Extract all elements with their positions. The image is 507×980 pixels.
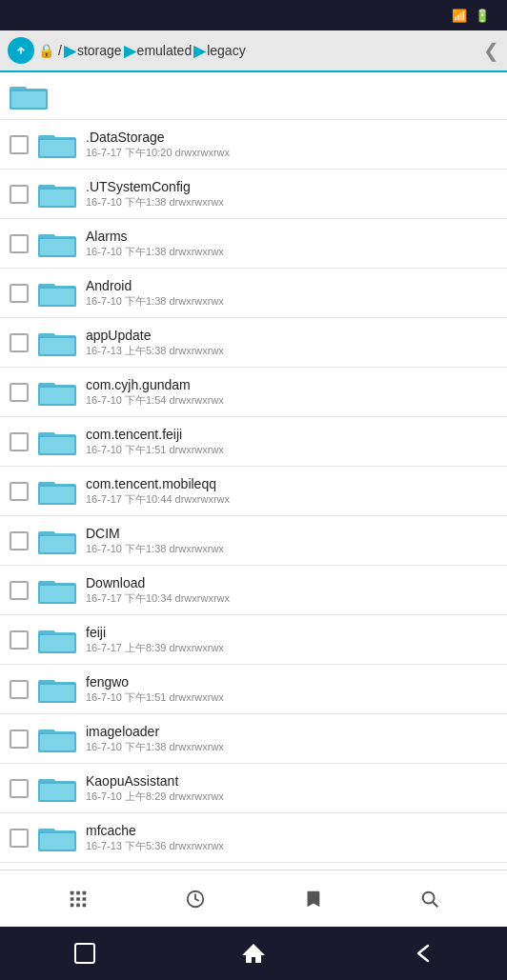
list-item[interactable]: Android 16-7-10 下午1:38 drwxrwxrwx — [0, 269, 507, 318]
folder-icon-8 — [38, 526, 76, 556]
svg-rect-32 — [40, 437, 74, 453]
svg-rect-16 — [40, 239, 74, 255]
folder-icon-6 — [38, 427, 76, 457]
svg-rect-56 — [40, 734, 74, 750]
checkbox-0[interactable] — [10, 135, 29, 154]
folder-icon-9 — [38, 575, 76, 606]
folder-icon-5 — [38, 377, 76, 408]
svg-line-80 — [433, 902, 437, 907]
file-info-4: appUpdate 16-7-13 上午5:38 drwxrwxrwx — [86, 328, 497, 358]
svg-rect-72 — [70, 897, 73, 901]
file-meta-13: 16-7-10 上午8:29 drwxrwxrwx — [86, 790, 497, 804]
file-name-1: .UTSystemConfig — [86, 179, 497, 194]
nav-bar — [0, 927, 507, 980]
breadcrumb-root[interactable]: / — [58, 43, 62, 58]
home-button[interactable] — [225, 934, 282, 972]
checkbox-5[interactable] — [10, 383, 29, 402]
file-info-12: imageloader 16-7-10 下午1:38 drwxrwxrwx — [86, 724, 497, 754]
list-item[interactable]: imageloader 16-7-10 下午1:38 drwxrwxrwx — [0, 714, 507, 764]
parent-directory-item[interactable] — [0, 72, 507, 120]
svg-rect-8 — [40, 140, 74, 156]
svg-rect-64 — [40, 833, 74, 850]
list-item[interactable]: feiji 16-7-17 上午8:39 drwxrwxrwx — [0, 615, 507, 665]
file-info-13: KaopuAssistant 16-7-10 上午8:29 drwxrwxrwx — [86, 773, 497, 804]
list-item[interactable]: mfcache 16-7-13 下午5:36 drwxrwxrwx — [0, 813, 507, 863]
breadcrumb-sep-1: ▶ — [64, 42, 75, 60]
nav-back-icon[interactable]: ❮ — [483, 39, 499, 62]
file-meta-8: 16-7-10 下午1:38 drwxrwxrwx — [86, 542, 497, 556]
svg-rect-69 — [70, 890, 73, 894]
checkbox-12[interactable] — [10, 730, 29, 749]
file-meta-1: 16-7-10 下午1:38 drwxrwxrwx — [86, 195, 497, 210]
file-name-4: appUpdate — [86, 328, 497, 343]
file-info-1: .UTSystemConfig 16-7-10 下午1:38 drwxrwxrw… — [86, 179, 497, 210]
folder-nav-icon[interactable] — [8, 37, 34, 64]
grid-button[interactable] — [57, 878, 99, 920]
checkbox-14[interactable] — [10, 829, 29, 848]
file-info-0: .DataStorage 16-7-17 下午10:20 drwxrwxrwx — [86, 130, 497, 160]
checkbox-6[interactable] — [10, 432, 29, 451]
list-item[interactable]: com.tencent.mobileqq 16-7-17 下午10:44 drw… — [0, 467, 507, 516]
search-button[interactable] — [409, 878, 451, 920]
status-bar-right: 📶 🔋 — [452, 9, 497, 23]
checkbox-7[interactable] — [10, 482, 29, 501]
checkbox-11[interactable] — [10, 680, 29, 699]
file-items-container: .DataStorage 16-7-17 下午10:20 drwxrwxrwx … — [0, 120, 507, 870]
file-name-8: DCIM — [86, 526, 497, 541]
checkbox-8[interactable] — [10, 531, 29, 550]
list-item[interactable]: com.tencent.feiji 16-7-10 下午1:51 drwxrwx… — [0, 417, 507, 467]
file-list: .DataStorage 16-7-17 下午10:20 drwxrwxrwx … — [0, 72, 507, 870]
svg-rect-77 — [82, 903, 86, 907]
checkbox-13[interactable] — [10, 779, 29, 798]
checkbox-2[interactable] — [10, 234, 29, 253]
history-button[interactable] — [174, 878, 216, 920]
svg-rect-24 — [40, 338, 74, 354]
checkbox-1[interactable] — [10, 185, 29, 204]
back-button[interactable] — [394, 934, 451, 972]
breadcrumb-storage[interactable]: storage — [77, 43, 122, 58]
breadcrumb-sep-2: ▶ — [124, 42, 135, 60]
recent-apps-button[interactable] — [56, 934, 113, 972]
breadcrumb-emulated[interactable]: emulated — [137, 43, 193, 58]
breadcrumb-legacy[interactable]: legacy — [207, 43, 245, 58]
file-info-8: DCIM 16-7-10 下午1:38 drwxrwxrwx — [86, 526, 497, 556]
battery-icon: 🔋 — [475, 9, 490, 23]
list-item[interactable]: appUpdate 16-7-13 上午5:38 drwxrwxrwx — [0, 318, 507, 368]
list-item[interactable]: .UTSystemConfig 16-7-10 下午1:38 drwxrwxrw… — [0, 170, 507, 219]
file-name-14: mfcache — [86, 823, 497, 838]
svg-rect-71 — [82, 890, 86, 894]
file-meta-12: 16-7-10 下午1:38 drwxrwxrwx — [86, 740, 497, 754]
svg-rect-70 — [76, 890, 80, 894]
file-meta-11: 16-7-10 下午1:51 drwxrwxrwx — [86, 690, 497, 705]
svg-rect-74 — [82, 897, 86, 901]
svg-rect-28 — [40, 388, 74, 404]
list-item[interactable]: KaopuAssistant 16-7-10 上午8:29 drwxrwxrwx — [0, 764, 507, 813]
file-meta-7: 16-7-17 下午10:44 drwxrwxrwx — [86, 492, 497, 507]
list-item[interactable]: DCIM 16-7-10 下午1:38 drwxrwxrwx — [0, 516, 507, 566]
file-name-6: com.tencent.feiji — [86, 427, 497, 442]
bookmark-button[interactable] — [292, 878, 334, 920]
svg-rect-73 — [76, 897, 80, 901]
list-item[interactable]: Movies 16-7-10 下午1:38 drwxrwxrwx — [0, 863, 507, 870]
file-name-11: fengwo — [86, 674, 497, 690]
list-item[interactable]: Alarms 16-7-10 下午1:38 drwxrwxrwx — [0, 219, 507, 269]
checkbox-3[interactable] — [10, 284, 29, 303]
file-info-9: Download 16-7-17 下午10:34 drwxrwxrwx — [86, 575, 497, 606]
checkbox-10[interactable] — [10, 630, 29, 650]
file-name-7: com.tencent.mobileqq — [86, 476, 497, 491]
wifi-icon: 📶 — [452, 9, 467, 23]
checkbox-9[interactable] — [10, 581, 29, 600]
checkbox-4[interactable] — [10, 333, 29, 352]
file-meta-9: 16-7-17 下午10:34 drwxrwxrwx — [86, 591, 497, 606]
bottom-toolbar — [0, 870, 507, 927]
list-item[interactable]: fengwo 16-7-10 下午1:51 drwxrwxrwx — [0, 665, 507, 714]
svg-rect-12 — [40, 190, 74, 206]
svg-rect-44 — [40, 586, 74, 602]
list-item[interactable]: Download 16-7-17 下午10:34 drwxrwxrwx — [0, 566, 507, 615]
svg-rect-40 — [40, 536, 74, 552]
list-item[interactable]: .DataStorage 16-7-17 下午10:20 drwxrwxrwx — [0, 120, 507, 170]
file-info-10: feiji 16-7-17 上午8:39 drwxrwxrwx — [86, 625, 497, 655]
list-item[interactable]: com.cyjh.gundam 16-7-10 下午1:54 drwxrwxrw… — [0, 368, 507, 417]
file-meta-10: 16-7-17 上午8:39 drwxrwxrwx — [86, 641, 497, 655]
svg-point-79 — [422, 891, 434, 903]
